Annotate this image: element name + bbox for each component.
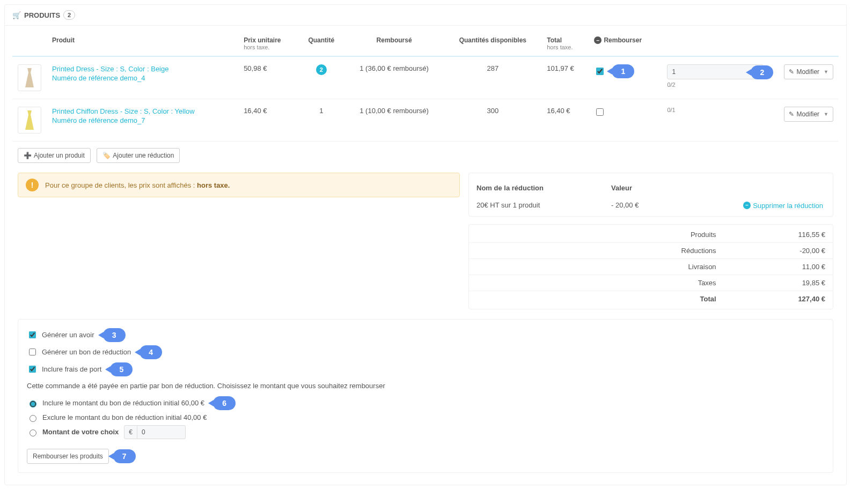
price-display-notice: ! Pour ce groupe de clients, les prix so… (18, 173, 460, 197)
product-thumbnail (18, 64, 41, 91)
panel-body: Produit Prix unitaire hors taxe. Quantit… (5, 26, 846, 485)
refund-products-button[interactable]: Rembourser les produits (27, 449, 109, 464)
edit-button[interactable]: ✎ Modifier ▼ (784, 107, 833, 122)
panel-title: PRODUITS (24, 11, 60, 19)
callout-1: 1 (612, 64, 634, 78)
callout-3: 3 (103, 328, 126, 342)
add-discount-button[interactable]: 🏷️ Ajouter une réduction (97, 148, 180, 163)
plus-icon: ➕ (24, 152, 32, 159)
cell-unit-price: 50,98 € (238, 56, 298, 99)
callout-2: 2 (751, 65, 773, 79)
discount-name-header: Nom de la réduction (469, 180, 604, 196)
delete-discount-label: Supprimer la réduction (753, 202, 823, 210)
add-product-button[interactable]: ➕ Ajouter un produit (18, 148, 91, 163)
products-panel: 🛒 PRODUITS 2 Produit Prix unitaire hors … (4, 4, 847, 485)
product-reference: Numéro de référence demo_7 (52, 116, 145, 124)
cell-unit-price: 16,40 € (238, 99, 298, 142)
totals-discounts-value: -20,00 € (724, 242, 833, 258)
col-total: Total hors taxe. (541, 32, 589, 56)
pencil-icon: ✎ (789, 69, 794, 75)
add-discount-label: Ajouter une réduction (113, 152, 174, 159)
totals-taxes-value: 19,85 € (724, 275, 833, 291)
custom-amount-input[interactable] (137, 425, 186, 439)
currency-prefix: € (124, 425, 137, 439)
cell-quantity: 1 (298, 99, 344, 142)
callout-7: 7 (113, 449, 136, 463)
tax-note: hors taxe. (244, 44, 293, 50)
col-unit-price: Prix unitaire hors taxe. (238, 32, 298, 56)
refund-checkbox[interactable] (596, 68, 604, 75)
generate-credit-slip-checkbox[interactable] (29, 331, 36, 338)
product-link[interactable]: Printed Chiffon Dress - Size : S, Color … (52, 107, 233, 116)
include-voucher-radio[interactable] (30, 401, 36, 407)
generate-voucher-checkbox[interactable] (29, 349, 36, 355)
totals-discounts-label: Réductions (469, 242, 724, 258)
col-product: Produit (47, 32, 238, 56)
cell-available: 287 (444, 56, 541, 99)
col-refund-label: Rembourser (604, 36, 642, 44)
tag-icon: 🏷️ (102, 152, 111, 159)
edit-label: Modifier (796, 68, 819, 76)
cell-available: 300 (444, 99, 541, 142)
callout-4: 4 (140, 345, 162, 359)
custom-amount-label: Montant de votre choix (42, 428, 119, 436)
totals-total-label: Total (469, 291, 724, 307)
totals-taxes-label: Taxes (469, 275, 724, 291)
exclamation-icon: ! (26, 179, 39, 191)
include-shipping-checkbox[interactable] (29, 366, 36, 373)
totals-summary: Produits 116,55 € Réductions -20,00 € Li… (468, 224, 833, 309)
minus-icon: − (594, 36, 601, 44)
col-unit-price-label: Prix unitaire (244, 36, 281, 44)
refund-options-panel: Générer un avoir 3 Générer un bon de réd… (18, 319, 833, 473)
product-link[interactable]: Printed Dress - Size : S, Color : Beige (52, 64, 233, 74)
col-available: Quantités disponibles (444, 32, 541, 56)
qty-limit: 0/2 (667, 81, 764, 88)
add-product-label: Ajouter un produit (34, 152, 85, 159)
product-count-badge: 2 (63, 10, 75, 20)
dress-icon (22, 109, 37, 131)
discount-value-header: Valeur (604, 180, 673, 196)
dress-icon (22, 67, 37, 88)
include-voucher-label: Inclure le montant du bon de réduction i… (42, 399, 204, 407)
cart-icon: 🛒 (12, 11, 21, 19)
product-thumbnail (18, 107, 41, 134)
quantity-badge: 2 (316, 64, 327, 75)
totals-products-value: 116,55 € (724, 227, 833, 243)
discount-name: 20€ HT sur 1 produit (469, 196, 604, 214)
edit-label: Modifier (796, 110, 819, 118)
discount-summary: Nom de la réduction Valeur 20€ HT sur 1 … (468, 173, 833, 217)
cell-refunded: 1 (10,00 € remboursé) (344, 99, 444, 142)
exclude-voucher-radio[interactable] (30, 415, 36, 422)
cell-total: 101,97 € (541, 56, 589, 99)
custom-amount-radio[interactable] (30, 429, 36, 436)
panel-heading: 🛒 PRODUITS 2 (5, 5, 846, 26)
cell-total: 16,40 € (541, 99, 589, 142)
delete-discount-link[interactable]: − Supprimer la réduction (743, 202, 823, 210)
caret-down-icon: ▼ (824, 69, 828, 75)
edit-button[interactable]: ✎ Modifier ▼ (784, 64, 833, 79)
qty-limit: 0/1 (667, 107, 773, 113)
totals-products-label: Produits (469, 227, 724, 243)
col-total-label: Total (547, 36, 562, 44)
col-refunded: Remboursé (344, 32, 444, 56)
table-row: Printed Chiffon Dress - Size : S, Color … (12, 99, 839, 142)
tax-note-2: hors taxe. (547, 44, 583, 50)
discount-value: - 20,00 € (604, 196, 673, 214)
callout-5: 5 (110, 362, 133, 376)
refund-submit-label: Rembourser les produits (33, 453, 103, 460)
caret-down-icon: ▼ (824, 112, 828, 117)
col-refund: − Rembourser (589, 32, 662, 56)
generate-voucher-label: Générer un bon de réduction (42, 348, 131, 356)
refund-checkbox[interactable] (596, 108, 604, 116)
action-row: ➕ Ajouter un produit 🏷️ Ajouter une rédu… (12, 142, 839, 165)
product-reference: Numéro de référence demo_4 (52, 74, 145, 82)
callout-6: 6 (213, 396, 236, 410)
products-table: Produit Prix unitaire hors taxe. Quantit… (12, 32, 839, 142)
include-shipping-label: Inclure frais de port (42, 365, 101, 373)
generate-credit-slip-label: Générer un avoir (42, 331, 94, 339)
refund-info-text: Cette commande a été payée en partie par… (27, 382, 824, 390)
notice-bold: hors taxe. (197, 181, 230, 189)
cell-refunded: 1 (36,00 € remboursé) (344, 56, 444, 99)
notice-text: Pour ce groupe de clients, les prix sont… (45, 181, 197, 189)
minus-circle-icon: − (743, 202, 751, 209)
